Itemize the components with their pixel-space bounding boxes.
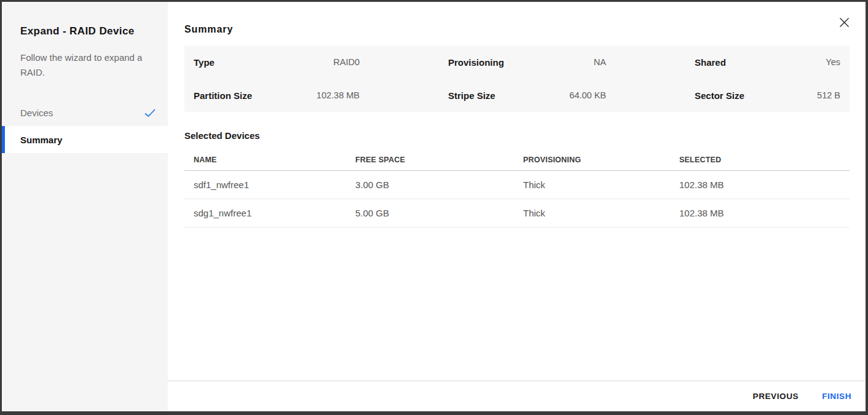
step-devices[interactable]: Devices	[2, 99, 168, 126]
field-value: 102.38 MB	[317, 90, 360, 100]
checkmark-icon	[144, 108, 156, 117]
summary-field-shared: Shared Yes	[695, 45, 840, 79]
table-row: sdf1_nwfree1 3.00 GB Thick 102.38 MB	[184, 171, 850, 199]
summary-panel: Type RAID0 Provisioning NA Shared Yes Pa…	[184, 45, 850, 112]
finish-button[interactable]: FINISH	[822, 392, 851, 401]
field-label: Provisioning	[448, 57, 504, 68]
cell-name: sdg1_nwfree1	[184, 208, 346, 218]
field-value: 64.00 KB	[569, 90, 606, 100]
field-label: Stripe Size	[448, 90, 495, 101]
wizard-footer: PREVIOUS FINISH	[168, 381, 866, 411]
summary-field-sector-size: Sector Size 512 B	[695, 79, 840, 112]
field-label: Type	[194, 57, 215, 68]
summary-field-stripe-size: Stripe Size 64.00 KB	[448, 79, 606, 112]
cell-selected: 102.38 MB	[670, 180, 850, 190]
column-header-selected: SELECTED	[670, 156, 850, 164]
field-value: Yes	[826, 57, 840, 67]
cell-name: sdf1_nwfree1	[184, 180, 346, 190]
column-header-provisioning: PROVISIONING	[514, 156, 670, 164]
wizard-sidebar: Expand - RAID Device Follow the wizard t…	[2, 2, 168, 411]
summary-field-type: Type RAID0	[194, 45, 360, 79]
selected-devices-table: NAME FREE SPACE PROVISIONING SELECTED sd…	[184, 154, 850, 227]
cell-provisioning: Thick	[514, 180, 670, 190]
cell-free-space: 5.00 GB	[346, 208, 514, 218]
field-value: 512 B	[817, 90, 840, 100]
close-icon[interactable]	[837, 15, 851, 29]
step-devices-label: Devices	[20, 108, 53, 118]
wizard-main-panel: Summary Type RAID0 Provisioning NA Share…	[168, 2, 866, 411]
step-summary-label: Summary	[20, 135, 62, 145]
field-value: NA	[594, 57, 606, 67]
page-title: Summary	[184, 24, 850, 35]
cell-provisioning: Thick	[514, 208, 670, 218]
field-value: RAID0	[333, 57, 360, 67]
summary-field-provisioning: Provisioning NA	[448, 45, 606, 79]
step-summary[interactable]: Summary	[2, 126, 168, 153]
table-header-row: NAME FREE SPACE PROVISIONING SELECTED	[184, 154, 850, 171]
field-label: Shared	[695, 57, 726, 68]
expand-raid-wizard-dialog: Expand - RAID Device Follow the wizard t…	[2, 2, 866, 411]
column-header-free-space: FREE SPACE	[346, 156, 514, 164]
field-label: Sector Size	[695, 90, 744, 101]
summary-field-partition-size: Partition Size 102.38 MB	[194, 79, 360, 112]
table-row: sdg1_nwfree1 5.00 GB Thick 102.38 MB	[184, 199, 850, 227]
column-header-name: NAME	[184, 156, 346, 164]
cell-selected: 102.38 MB	[670, 208, 850, 218]
field-label: Partition Size	[194, 90, 252, 101]
cell-free-space: 3.00 GB	[346, 180, 514, 190]
wizard-title: Expand - RAID Device	[20, 24, 153, 38]
wizard-steps: Devices Summary	[2, 99, 168, 153]
selected-devices-title: Selected Devices	[184, 130, 850, 141]
wizard-description: Follow the wizard to expand a RAID.	[20, 50, 152, 80]
previous-button[interactable]: PREVIOUS	[753, 392, 799, 401]
